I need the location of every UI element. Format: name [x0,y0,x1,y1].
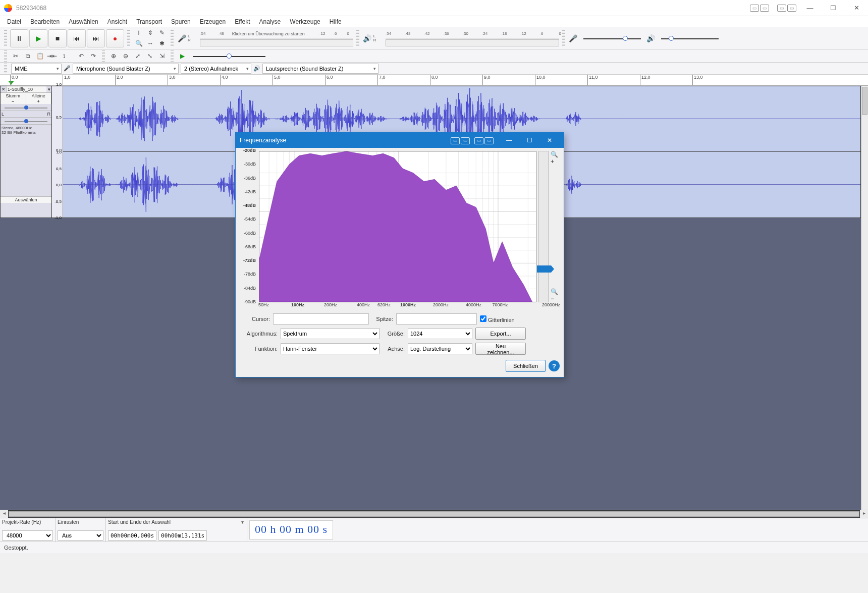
track-name[interactable]: 1-Soulfly_10 [7,86,46,92]
copy-button[interactable]: ⧉ [22,51,33,61]
menu-effekt[interactable]: Effekt [231,17,254,26]
size-select[interactable]: 1024 [408,328,472,339]
toolbar-grip[interactable] [4,30,7,46]
scroll-left-button[interactable]: ◂ [0,510,8,518]
toolbar-grip[interactable] [102,50,105,62]
scroll-right-button[interactable]: ▸ [860,510,868,518]
toolbar-grip[interactable] [562,30,565,46]
cut-button[interactable]: ✂ [10,51,21,61]
playback-speed-slider[interactable] [189,51,269,61]
play-device-select[interactable]: Lautsprecher (Sound Blaster Z) [262,64,378,74]
dialog-close-button[interactable]: ✕ [539,133,560,148]
window-title: 582934068 [16,5,750,12]
menu-erzeugen[interactable]: Erzeugen [196,17,230,26]
gain-slider[interactable] [1,104,51,111]
redraw-button[interactable]: Neu zeichnen... [475,343,526,355]
draw-tool-button[interactable]: ✎ [156,28,168,38]
gridlines-checkbox[interactable] [480,315,486,322]
menu-werkzeuge[interactable]: Werkzeuge [286,17,324,26]
menu-ansicht[interactable]: Ansicht [103,17,131,26]
skip-end-button[interactable]: ⏭ [87,29,105,47]
track-select-button[interactable]: Auswählen [15,197,37,202]
zoom-out-button[interactable]: ⊖ [120,51,131,61]
record-volume-slider[interactable] [579,33,645,43]
menu-bearbeiten[interactable]: Bearbeiten [26,17,64,26]
undo-button[interactable]: ↶ [76,51,87,61]
zoom-toggle-button[interactable]: ⇲ [156,51,168,61]
zoom-in-button[interactable]: ⊕ [108,51,119,61]
timeshift-tool-button[interactable]: ↔ [145,38,156,48]
spectrum-plot[interactable] [259,151,536,302]
play-meter[interactable]: -54-48-42-36-30-24-18-12-60 [377,30,559,46]
menu-datei[interactable]: Datei [3,17,25,26]
toolbar-grip[interactable] [127,30,130,46]
close-dialog-button[interactable]: Schließen [506,360,546,372]
multi-tool-button[interactable]: ✱ [156,38,168,48]
dialog-titlebar[interactable]: Frequenzanalyse ▭▭ ▭▭ — ☐ ✕ [236,133,564,148]
toolbar-grip[interactable] [171,50,174,62]
timeline-ruler[interactable]: 0,01,02,03,04,05,06,07,08,09,010,011,012… [0,75,868,86]
record-device-select[interactable]: Microphone (Sound Blaster Z) [73,64,179,74]
record-button[interactable]: ● [106,29,124,47]
axis-select[interactable]: Log. Darstellung [408,343,472,354]
toolbar-grip[interactable] [4,50,7,62]
export-button[interactable]: Export... [475,328,526,340]
solo-button[interactable]: Alleine [26,93,52,99]
pause-button[interactable]: ⏸ [10,29,28,47]
pan-slider[interactable] [1,118,51,125]
selection-start-field[interactable]: 00h00m00,000s [108,530,156,541]
peak-field[interactable] [396,313,477,325]
menu-analyse[interactable]: Analyse [255,17,285,26]
paste-button[interactable]: 📋 [34,51,45,61]
zoom-tool-button[interactable]: 🔍 [133,38,144,48]
selection-mode-dropdown[interactable]: ▾ [241,519,244,525]
minimize-button[interactable]: — [798,0,822,16]
zoom-out-icon[interactable]: 🔍− [551,288,560,302]
menu-hilfe[interactable]: Hilfe [326,17,346,26]
fit-project-button[interactable]: ⤡ [144,51,155,61]
plot-range-slider[interactable] [538,151,549,302]
record-channels-select[interactable]: 2 (Stereo) Aufnahmek [181,64,251,74]
redo-button[interactable]: ↷ [88,51,99,61]
silence-button[interactable]: ⟟ [59,51,70,61]
stop-button[interactable]: ■ [48,29,67,47]
dialog-minimize-button[interactable]: — [499,133,519,148]
selection-end-field[interactable]: 00h00m13,131s [158,530,207,541]
play-button[interactable]: ▶ [29,29,47,47]
horizontal-scrollbar[interactable]: ◂ ▸ [0,510,868,518]
titlebar-badge-icon: ▭ [787,5,796,12]
help-icon[interactable]: ? [549,360,560,371]
trim-button[interactable]: ⇥⇤ [46,51,58,61]
toolbar-grip[interactable] [4,64,7,74]
skip-start-button[interactable]: ⏮ [68,29,86,47]
envelope-tool-button[interactable]: ⇕ [145,28,156,38]
toolbar-grip[interactable] [171,30,174,46]
mute-button[interactable]: Stumm [1,93,26,99]
maximize-button[interactable]: ☐ [822,0,845,16]
cursor-field[interactable] [273,313,369,325]
play-volume-slider[interactable] [657,33,723,43]
record-meter[interactable]: -54-48-12-60 Klicken um Überwachung zu s… [192,30,353,46]
gain-minus[interactable]: − [1,99,26,104]
zoom-in-icon[interactable]: 🔍+ [551,151,560,165]
function-select[interactable]: Hann-Fenster [281,343,379,354]
menu-transport[interactable]: Transport [132,17,166,26]
play-at-speed-button[interactable]: ▶ [177,51,188,61]
toolbar-grip[interactable] [356,30,359,46]
dialog-maximize-button[interactable]: ☐ [519,133,539,148]
vertical-scrollbar[interactable] [861,86,868,510]
fit-selection-button[interactable]: ⤢ [132,51,143,61]
audio-host-select[interactable]: MME [11,64,62,74]
device-toolbar: MME 🎤 Microphone (Sound Blaster Z) 2 (St… [0,63,868,75]
track-menu-button[interactable]: ▾ [46,87,51,92]
selection-tool-button[interactable]: Ｉ [133,28,144,38]
menu-auswählen[interactable]: Auswählen [65,17,102,26]
gain-plus[interactable]: + [26,99,52,104]
snap-select[interactable]: Aus [58,530,103,541]
algorithm-select[interactable]: Spektrum [281,328,379,339]
track-close-button[interactable]: ✕ [1,87,7,92]
audio-position-field[interactable]: 00 h 00 m 00 s [249,520,333,540]
menu-spuren[interactable]: Spuren [167,17,195,26]
close-button[interactable]: ✕ [845,0,868,16]
project-rate-select[interactable]: 48000 [2,530,53,541]
